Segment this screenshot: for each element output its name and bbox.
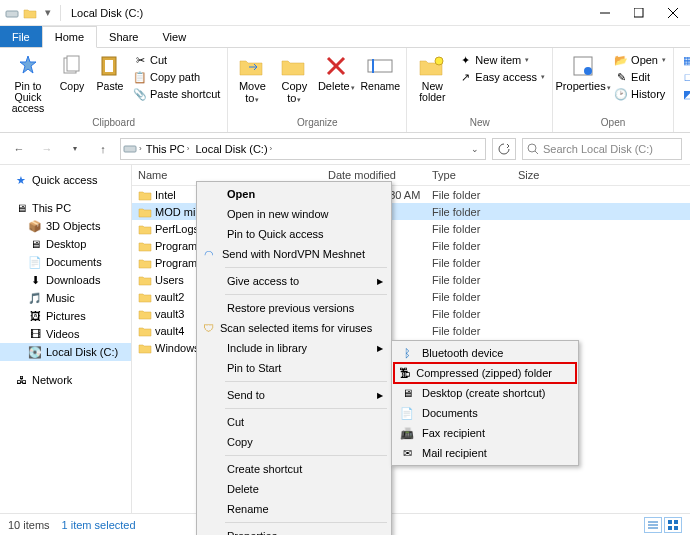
nav-item-icon: 🎵 (28, 291, 42, 305)
address-dropdown-icon[interactable]: ⌄ (471, 144, 483, 154)
sendto-compressed-zip[interactable]: 🗜Compressed (zipped) folder (394, 363, 576, 383)
nav-item-icon: 💽 (28, 345, 42, 359)
svg-rect-6 (67, 56, 79, 71)
group-open: Properties▾ 📂Open▾ ✎Edit 🕑History Open (553, 48, 674, 132)
forward-button[interactable]: → (36, 138, 58, 160)
tab-view[interactable]: View (150, 26, 198, 47)
invert-icon: ◩ (681, 87, 690, 101)
ribbon: Pin to Quick access Copy Paste ✂Cut 📋Cop… (0, 48, 690, 133)
rename-button[interactable]: Rename (358, 50, 402, 92)
ctx-include-library[interactable]: Include in library▶ (199, 338, 389, 358)
col-date[interactable]: Date modified (328, 169, 432, 181)
ctx-restore-versions[interactable]: Restore previous versions (199, 298, 389, 318)
file-name: Windows (155, 342, 200, 354)
file-type: File folder (432, 189, 518, 201)
view-details-button[interactable] (644, 517, 662, 533)
nav-item[interactable]: 📄Documents (0, 253, 131, 271)
tab-share[interactable]: Share (97, 26, 150, 47)
nav-item[interactable]: 💽Local Disk (C:) (0, 343, 131, 361)
nav-item-icon: 🖼 (28, 309, 42, 323)
svg-rect-22 (668, 520, 672, 524)
recent-locations-button[interactable]: ▾ (64, 138, 86, 160)
svg-rect-23 (674, 520, 678, 524)
open-button[interactable]: 📂Open▾ (611, 52, 669, 68)
col-name[interactable]: Name (138, 169, 328, 181)
new-folder-button[interactable]: New folder (411, 50, 453, 103)
close-button[interactable] (656, 0, 690, 26)
documents-icon: 📄 (398, 405, 416, 421)
copy-to-button[interactable]: Copy to▾ (274, 50, 314, 104)
select-none-icon: □ (681, 70, 690, 84)
sendto-mail[interactable]: ✉Mail recipient (394, 443, 576, 463)
cut-button[interactable]: ✂Cut (130, 52, 223, 68)
ctx-open-new-window[interactable]: Open in new window (199, 204, 389, 224)
open-icon: 📂 (614, 53, 628, 67)
qat-dropdown-icon[interactable]: ▾ (40, 5, 56, 21)
ctx-copy[interactable]: Copy (199, 432, 389, 452)
new-item-button[interactable]: ✦New item▾ (455, 52, 548, 68)
nav-item[interactable]: 🖥Desktop (0, 235, 131, 253)
paste-shortcut-button[interactable]: 📎Paste shortcut (130, 86, 223, 102)
search-box[interactable]: Search Local Disk (C:) (522, 138, 682, 160)
nav-item[interactable]: ⬇Downloads (0, 271, 131, 289)
ctx-properties[interactable]: Properties (199, 526, 389, 535)
folder-icon (22, 5, 38, 21)
sendto-fax[interactable]: 📠Fax recipient (394, 423, 576, 443)
nav-quick-access[interactable]: ★Quick access (0, 171, 131, 189)
copy-button[interactable]: Copy (54, 50, 90, 92)
nav-item-label: Music (46, 292, 75, 304)
col-size[interactable]: Size (518, 169, 578, 181)
nav-item[interactable]: 🎞Videos (0, 325, 131, 343)
svg-point-17 (528, 144, 536, 152)
nav-this-pc[interactable]: 🖥This PC (0, 199, 131, 217)
ctx-pin-start[interactable]: Pin to Start (199, 358, 389, 378)
col-type[interactable]: Type (432, 169, 518, 181)
file-name: Intel (155, 189, 176, 201)
nav-item[interactable]: 🖼Pictures (0, 307, 131, 325)
ctx-pin-quick-access[interactable]: Pin to Quick access (199, 224, 389, 244)
nav-network[interactable]: 🖧Network (0, 371, 131, 389)
breadcrumb-current[interactable]: Local Disk (C:)› (193, 143, 274, 155)
sendto-bluetooth[interactable]: ᛒBluetooth device (394, 343, 576, 363)
properties-button[interactable]: Properties▾ (557, 50, 609, 93)
up-button[interactable]: ↑ (92, 138, 114, 160)
pin-quick-access-button[interactable]: Pin to Quick access (4, 50, 52, 114)
ctx-cut[interactable]: Cut (199, 412, 389, 432)
sendto-documents[interactable]: 📄Documents (394, 403, 576, 423)
paste-button[interactable]: Paste (92, 50, 128, 92)
copy-path-button[interactable]: 📋Copy path (130, 69, 223, 85)
nav-item-label: Pictures (46, 310, 86, 322)
delete-button[interactable]: Delete▾ (316, 50, 356, 93)
invert-selection-button[interactable]: ◩Invert selection (678, 86, 690, 102)
history-icon: 🕑 (614, 87, 628, 101)
refresh-button[interactable] (492, 138, 516, 160)
ctx-scan-viruses[interactable]: 🛡Scan selected items for viruses (199, 318, 389, 338)
tab-file[interactable]: File (0, 26, 42, 47)
view-large-icons-button[interactable] (664, 517, 682, 533)
select-none-button[interactable]: □Select none (678, 69, 690, 85)
minimize-button[interactable] (588, 0, 622, 26)
ctx-nordvpn[interactable]: ◠Send with NordVPN Meshnet (199, 244, 389, 264)
edit-button[interactable]: ✎Edit (611, 69, 669, 85)
file-name: vault4 (155, 325, 184, 337)
move-to-button[interactable]: Move to▾ (232, 50, 272, 104)
ctx-give-access[interactable]: Give access to▶ (199, 271, 389, 291)
ctx-create-shortcut[interactable]: Create shortcut (199, 459, 389, 479)
select-all-button[interactable]: ▦Select all (678, 52, 690, 68)
tab-home[interactable]: Home (42, 26, 97, 48)
back-button[interactable]: ← (8, 138, 30, 160)
ctx-open[interactable]: Open (199, 184, 389, 204)
nav-item[interactable]: 📦3D Objects (0, 217, 131, 235)
easy-access-button[interactable]: ↗Easy access▾ (455, 69, 548, 85)
ctx-rename[interactable]: Rename (199, 499, 389, 519)
breadcrumb-root[interactable]: This PC› (144, 143, 192, 155)
maximize-button[interactable] (622, 0, 656, 26)
address-bar[interactable]: › This PC› Local Disk (C:)› ⌄ (120, 138, 486, 160)
sendto-desktop-shortcut[interactable]: 🖥Desktop (create shortcut) (394, 383, 576, 403)
nav-item-icon: 🎞 (28, 327, 42, 341)
nav-item[interactable]: 🎵Music (0, 289, 131, 307)
nav-item-icon: 📄 (28, 255, 42, 269)
ctx-send-to[interactable]: Send to▶ (199, 385, 389, 405)
history-button[interactable]: 🕑History (611, 86, 669, 102)
ctx-delete[interactable]: Delete (199, 479, 389, 499)
